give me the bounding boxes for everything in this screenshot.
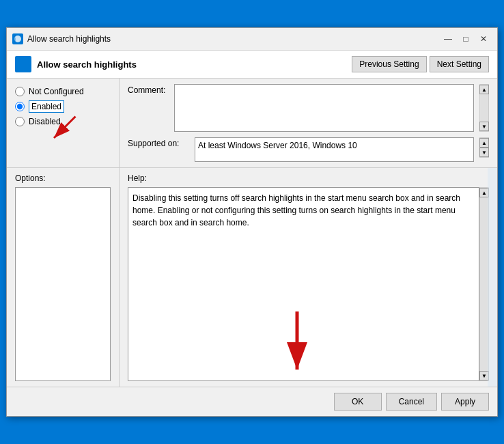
help-panel: Help: Disabling this setting turns off s… — [120, 168, 497, 387]
supported-scrollbar[interactable]: ▲ ▼ — [479, 137, 489, 158]
main-content: Not Configured Enabled Disabled Comm — [7, 79, 497, 167]
comment-label: Comment: — [128, 84, 169, 132]
options-content — [15, 187, 111, 381]
close-button[interactable]: ✕ — [475, 32, 492, 46]
header-section: Allow search highlights Previous Setting… — [7, 51, 497, 79]
radio-not-configured-input[interactable] — [15, 87, 25, 96]
not-configured-label: Not Configured — [29, 87, 84, 96]
radio-disabled-input[interactable] — [15, 117, 25, 126]
options-label: Options: — [15, 174, 111, 183]
scroll-up-btn2[interactable]: ▲ — [479, 138, 489, 148]
help-label: Help: — [128, 174, 489, 183]
previous-setting-button[interactable]: Previous Setting — [352, 56, 426, 72]
radio-enabled[interactable]: Enabled — [15, 100, 111, 113]
header-title: Allow search highlights — [37, 59, 346, 70]
dialog-title: Allow search highlights — [27, 34, 436, 44]
side-overlay — [488, 168, 497, 387]
cancel-button[interactable]: Cancel — [386, 393, 437, 411]
nav-buttons: Previous Setting Next Setting — [352, 56, 489, 72]
svg-text:i: i — [14, 36, 16, 43]
supported-on-label: Supported on: — [128, 137, 189, 148]
left-panel: Not Configured Enabled Disabled — [7, 79, 120, 167]
comment-textarea[interactable] — [174, 84, 474, 132]
bottom-section: Options: Help: Disabling this setting tu… — [7, 168, 497, 387]
apply-button[interactable]: Apply — [441, 393, 489, 411]
options-panel: Options: — [7, 168, 120, 387]
footer: OK Cancel Apply — [7, 387, 497, 416]
dialog-icon: i — [12, 33, 23, 44]
help-text-container: Disabling this setting turns off search … — [128, 187, 489, 381]
maximize-button[interactable]: □ — [458, 32, 474, 46]
help-text: Disabling this setting turns off search … — [128, 187, 479, 381]
enabled-label: Enabled — [29, 100, 64, 113]
comment-section: Comment: ▲ ▼ — [128, 84, 489, 132]
dialog-window: i Allow search highlights — □ ✕ Allow se… — [6, 27, 498, 417]
comment-scrollbar[interactable]: ▲ ▼ — [479, 84, 489, 132]
window-controls: — □ ✕ — [440, 32, 492, 46]
minimize-button[interactable]: — — [440, 32, 456, 46]
supported-section: Supported on: At least Windows Server 20… — [128, 137, 489, 162]
radio-disabled[interactable]: Disabled — [15, 117, 111, 126]
supported-on-value: At least Windows Server 2016, Windows 10 — [195, 137, 474, 162]
next-setting-button[interactable]: Next Setting — [430, 56, 489, 72]
scroll-down-btn2[interactable]: ▼ — [479, 148, 489, 157]
ok-button[interactable]: OK — [334, 393, 382, 411]
title-bar: i Allow search highlights — □ ✕ — [7, 28, 497, 51]
disabled-label: Disabled — [29, 117, 61, 126]
right-panel: Comment: ▲ ▼ Supported on: At least Wind… — [120, 79, 497, 167]
radio-not-configured[interactable]: Not Configured — [15, 87, 111, 96]
radio-group: Not Configured Enabled Disabled — [15, 87, 111, 126]
header-icon — [15, 56, 31, 72]
scroll-down-btn[interactable]: ▼ — [479, 122, 489, 131]
radio-enabled-input[interactable] — [15, 102, 25, 111]
scroll-up-btn[interactable]: ▲ — [479, 85, 489, 94]
